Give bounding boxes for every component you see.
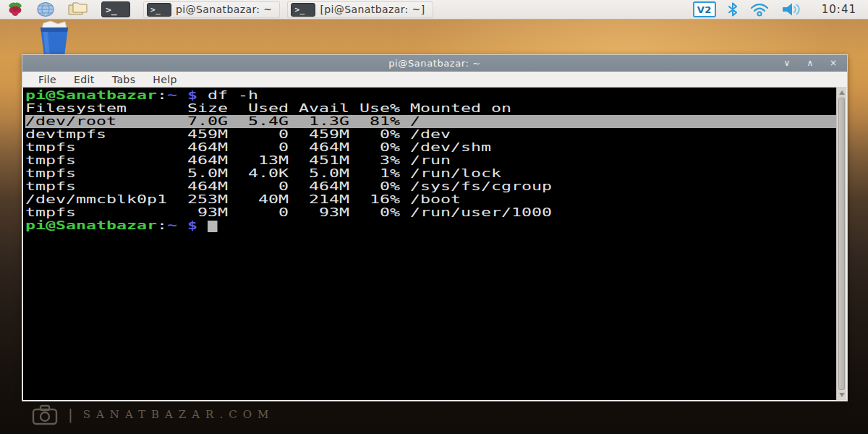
prompt-symbol: $ xyxy=(177,219,208,232)
watermark: | SANATBAZAR.COM xyxy=(32,404,274,425)
terminal-window: pi@Sanatbazar: ~ ∨ ∧ × File Edit Tabs He… xyxy=(22,54,848,401)
prompt-path: ~ xyxy=(167,219,177,232)
desktop: >_ >_ pi@Sanatbazar: ~ >_ [pi@Sanatbazar… xyxy=(0,0,868,434)
maximize-icon[interactable]: ∧ xyxy=(804,55,817,72)
wastebasket-icon[interactable] xyxy=(33,20,75,59)
scrollbar-up-arrow[interactable] xyxy=(839,90,845,95)
taskbar-window-button-terminal[interactable]: >_ pi@Sanatbazar: ~ xyxy=(143,1,280,18)
menu-tabs[interactable]: Tabs xyxy=(103,74,145,85)
terminal-line: tmpfs 93M 0 93M 0% /run/user/1000 xyxy=(25,206,836,219)
terminal-line: tmpfs 464M 13M 451M 3% /run xyxy=(25,154,836,167)
task-button-label: [pi@Sanatbazar: ~] xyxy=(320,4,425,15)
menu-bar: File Edit Tabs Help xyxy=(22,72,847,88)
menu-file[interactable]: File xyxy=(30,74,65,85)
prompt-symbol: $ xyxy=(177,89,208,102)
terminal-content: pi@Sanatbazar:~ $ df -h Filesystem Size … xyxy=(25,89,836,232)
close-icon[interactable]: × xyxy=(827,55,840,72)
taskbar-window-button-terminal-iconified[interactable]: >_ [pi@Sanatbazar: ~] xyxy=(287,1,433,18)
terminal-line: tmpfs 464M 0 464M 0% /sys/fs/cgroup xyxy=(25,180,836,193)
terminal-area: pi@Sanatbazar:~ $ df -h Filesystem Size … xyxy=(23,88,846,400)
terminal-cursor xyxy=(208,221,218,232)
terminal-line-selected: /dev/root 7.0G 5.4G 1.3G 81% / xyxy=(25,115,836,128)
scrollbar-down-arrow[interactable] xyxy=(839,393,845,397)
wifi-icon[interactable] xyxy=(749,2,770,17)
terminal-line: /dev/mmcblk0p1 253M 40M 214M 16% /boot xyxy=(25,193,836,206)
browser-globe-icon[interactable] xyxy=(30,0,61,20)
prompt-separator: : xyxy=(157,89,167,102)
vnc-icon[interactable]: V2 xyxy=(693,1,716,17)
terminal-line: tmpfs 464M 0 464M 0% /dev/shm xyxy=(25,141,836,154)
terminal-line: tmpfs 5.0M 4.0K 5.0M 1% /run/lock xyxy=(25,167,836,180)
raspberry-menu-icon[interactable] xyxy=(0,0,30,20)
watermark-separator: | xyxy=(68,406,73,423)
system-tray: V2 10:41 xyxy=(693,1,868,17)
window-title: pi@Sanatbazar: ~ xyxy=(22,58,847,69)
volume-icon[interactable] xyxy=(781,2,803,17)
prompt-user: pi@Sanatbazar xyxy=(25,219,157,232)
file-manager-icon[interactable] xyxy=(61,0,95,20)
task-button-label: pi@Sanatbazar: ~ xyxy=(176,4,272,15)
taskbar-clock[interactable]: 10:41 xyxy=(822,3,856,16)
window-titlebar[interactable]: pi@Sanatbazar: ~ ∨ ∧ × xyxy=(22,55,847,72)
taskbar: >_ >_ pi@Sanatbazar: ~ >_ [pi@Sanatbazar… xyxy=(0,0,868,20)
minimize-icon[interactable]: ∨ xyxy=(780,55,793,72)
menu-help[interactable]: Help xyxy=(144,74,186,85)
prompt-separator: : xyxy=(157,219,167,232)
terminal-glyph: >_ xyxy=(291,3,315,17)
camera-icon xyxy=(32,404,58,425)
watermark-text: SANATBAZAR.COM xyxy=(83,408,275,421)
command-text: df -h xyxy=(208,89,258,102)
scrollbar[interactable] xyxy=(836,88,846,400)
terminal-launcher-icon[interactable]: >_ xyxy=(95,0,136,20)
terminal-line: devtmpfs 459M 0 459M 0% /dev xyxy=(25,128,836,141)
prompt-user: pi@Sanatbazar xyxy=(25,89,157,102)
bluetooth-icon[interactable] xyxy=(728,2,738,17)
terminal-glyph: >_ xyxy=(101,1,130,17)
prompt-path: ~ xyxy=(167,89,177,102)
terminal-prompt-line: pi@Sanatbazar:~ $ xyxy=(25,219,836,232)
menu-edit[interactable]: Edit xyxy=(65,74,103,85)
terminal-glyph: >_ xyxy=(147,3,171,17)
scrollbar-thumb[interactable] xyxy=(838,98,845,390)
window-controls: ∨ ∧ × xyxy=(780,55,840,72)
terminal-screen[interactable]: pi@Sanatbazar:~ $ df -h Filesystem Size … xyxy=(23,88,836,400)
terminal-line-header: Filesystem Size Used Avail Use% Mounted … xyxy=(25,102,836,115)
terminal-prompt-line: pi@Sanatbazar:~ $ df -h xyxy=(25,89,836,102)
